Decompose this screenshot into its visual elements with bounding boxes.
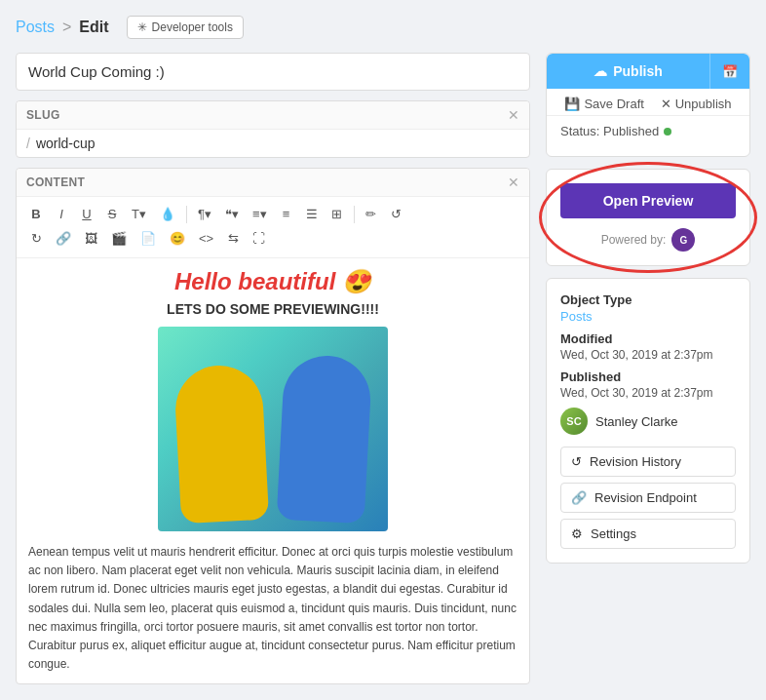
publish-calendar-button[interactable]: 📅 bbox=[709, 54, 749, 89]
revision-endpoint-label: Revision Endpoint bbox=[594, 490, 697, 505]
content-field-header: Content ✕ bbox=[17, 169, 529, 197]
published-title: Published bbox=[560, 369, 736, 384]
preview-section: Open Preview Powered by: G bbox=[546, 169, 750, 266]
status-row: Status: Published bbox=[547, 116, 749, 146]
toolbar-sep-2 bbox=[354, 206, 355, 223]
person-right-figure bbox=[277, 354, 373, 524]
author-avatar: SC bbox=[560, 408, 588, 435]
slug-field: Slug ✕ / world-cup bbox=[16, 100, 530, 158]
settings-label: Settings bbox=[591, 526, 636, 541]
revision-history-button[interactable]: ↺ Revision History bbox=[560, 447, 736, 477]
content-close-icon[interactable]: ✕ bbox=[508, 175, 519, 190]
revision-endpoint-button[interactable]: 🔗 Revision Endpoint bbox=[560, 483, 736, 513]
toolbar-unordered-list[interactable]: ☰ bbox=[300, 203, 324, 225]
content-section: Content ✕ B I U S T▾ 💧 ¶▾ ❝▾ ≡▾ ≡ ☰ bbox=[16, 168, 530, 684]
toolbar-link[interactable]: 🔗 bbox=[50, 227, 77, 250]
content-image bbox=[158, 327, 388, 531]
powered-by: Powered by: G bbox=[560, 228, 736, 252]
unpublish-x-icon: ✕ bbox=[661, 97, 671, 111]
open-preview-button[interactable]: Open Preview bbox=[560, 183, 736, 218]
slug-slash: / bbox=[26, 136, 30, 151]
meta-actions: ↺ Revision History 🔗 Revision Endpoint ⚙… bbox=[560, 447, 736, 549]
calendar-icon: 📅 bbox=[722, 64, 738, 79]
toolbar-image[interactable]: 🖼 bbox=[79, 227, 103, 250]
dev-tools-icon: ✳ bbox=[137, 20, 147, 34]
save-icon: 💾 bbox=[564, 97, 580, 111]
slug-close-icon[interactable]: ✕ bbox=[508, 107, 519, 123]
revision-history-icon: ↺ bbox=[571, 454, 582, 469]
breadcrumb-current: Edit bbox=[79, 19, 108, 36]
dev-tools-button[interactable]: ✳ Developer tools bbox=[127, 16, 244, 39]
meta-card: Object Type Posts Modified Wed, Oct 30, … bbox=[546, 278, 750, 564]
slug-field-header: Slug ✕ bbox=[17, 101, 529, 130]
published-date: Wed, Oct 30, 2019 at 2:37pm bbox=[560, 386, 736, 400]
toolbar-italic[interactable]: I bbox=[50, 203, 73, 225]
revision-history-label: Revision History bbox=[590, 454, 681, 469]
title-input[interactable] bbox=[16, 53, 530, 91]
slug-label: Slug bbox=[26, 108, 60, 122]
gatsby-icon: G bbox=[671, 228, 695, 252]
toolbar-pen[interactable]: ✏ bbox=[360, 203, 383, 225]
publish-btn-row: ☁ Publish 📅 bbox=[547, 54, 749, 89]
open-preview-label: Open Preview bbox=[603, 193, 694, 209]
toolbar-bold[interactable]: B bbox=[24, 203, 48, 225]
modified-title: Modified bbox=[560, 331, 736, 346]
action-row: 💾 Save Draft ✕ Unpublish bbox=[547, 89, 749, 116]
content-toolbar: B I U S T▾ 💧 ¶▾ ❝▾ ≡▾ ≡ ☰ ⊞ ✏ ↺ bbox=[17, 197, 529, 258]
breadcrumb: Posts > Edit ✳ Developer tools bbox=[16, 16, 750, 39]
sidebar: ☁ Publish 📅 💾 Save Draft ✕ Unpublish St bbox=[546, 53, 750, 564]
publish-button[interactable]: ☁ Publish bbox=[547, 54, 709, 89]
toolbar-code[interactable]: <> bbox=[193, 227, 219, 250]
settings-button[interactable]: ⚙ Settings bbox=[560, 519, 736, 549]
status-dot bbox=[664, 128, 671, 136]
slug-row: / world-cup bbox=[17, 130, 529, 157]
toolbar-undo[interactable]: ↺ bbox=[385, 203, 408, 225]
unpublish-link[interactable]: ✕ Unpublish bbox=[661, 97, 732, 111]
toolbar-share[interactable]: ⇆ bbox=[221, 227, 245, 250]
publish-label: Publish bbox=[613, 63, 663, 79]
slug-value[interactable]: world-cup bbox=[36, 136, 96, 151]
toolbar-row-2: ↻ 🔗 🖼 🎬 📄 😊 <> ⇆ ⛶ bbox=[24, 227, 521, 250]
toolbar-video[interactable]: 🎬 bbox=[105, 227, 133, 250]
toolbar-color[interactable]: 💧 bbox=[154, 203, 181, 225]
object-type-title: Object Type bbox=[560, 292, 736, 307]
toolbar-file[interactable]: 📄 bbox=[134, 227, 162, 250]
save-draft-link[interactable]: 💾 Save Draft bbox=[564, 97, 643, 111]
toolbar-align[interactable]: ≡▾ bbox=[247, 203, 273, 225]
body-text: Aenean tempus velit ut mauris hendrerit … bbox=[28, 543, 517, 674]
author-name: Stanley Clarke bbox=[595, 414, 678, 429]
revision-endpoint-icon: 🔗 bbox=[571, 490, 587, 505]
toolbar-fullscreen[interactable]: ⛶ bbox=[247, 227, 271, 250]
toolbar-table[interactable]: ⊞ bbox=[326, 203, 349, 225]
main-layout: Slug ✕ / world-cup Content ✕ B I U S bbox=[16, 53, 750, 684]
content-heading: LETS DO SOME PREVIEWING!!!! bbox=[28, 301, 517, 317]
breadcrumb-posts-link[interactable]: Posts bbox=[16, 19, 55, 36]
toolbar-underline[interactable]: U bbox=[75, 203, 98, 225]
toolbar-emoji[interactable]: 😊 bbox=[164, 227, 191, 250]
powered-by-label: Powered by: bbox=[601, 233, 667, 247]
content-label: Content bbox=[26, 175, 85, 189]
dev-tools-label: Developer tools bbox=[152, 20, 233, 34]
toolbar-redo[interactable]: ↻ bbox=[24, 227, 48, 250]
publish-cloud-icon: ☁ bbox=[594, 63, 607, 79]
toolbar-ordered-list[interactable]: ≡ bbox=[275, 203, 298, 225]
toolbar-paragraph[interactable]: ¶▾ bbox=[192, 203, 217, 225]
publish-card: ☁ Publish 📅 💾 Save Draft ✕ Unpublish St bbox=[546, 53, 750, 157]
toolbar-strikethrough[interactable]: S bbox=[100, 203, 124, 225]
author-row: SC Stanley Clarke bbox=[560, 408, 736, 435]
toolbar-quote[interactable]: ❝▾ bbox=[219, 203, 245, 225]
toolbar-sep-1 bbox=[186, 206, 187, 223]
unpublish-label: Unpublish bbox=[675, 97, 732, 111]
object-type-value[interactable]: Posts bbox=[560, 309, 736, 324]
status-label: Status: Published bbox=[560, 124, 659, 138]
hello-overlay: Hello beautiful 😍 bbox=[28, 268, 517, 295]
toolbar-text[interactable]: T▾ bbox=[126, 203, 152, 225]
settings-icon: ⚙ bbox=[571, 526, 583, 541]
breadcrumb-separator: > bbox=[62, 19, 71, 36]
content-area[interactable]: Hello beautiful 😍 LETS DO SOME PREVIEWIN… bbox=[17, 258, 529, 683]
save-draft-label: Save Draft bbox=[584, 97, 643, 111]
person-left-figure bbox=[173, 364, 269, 524]
main-panel: Slug ✕ / world-cup Content ✕ B I U S bbox=[16, 53, 530, 684]
modified-date: Wed, Oct 30, 2019 at 2:37pm bbox=[560, 348, 736, 362]
toolbar-row-1: B I U S T▾ 💧 ¶▾ ❝▾ ≡▾ ≡ ☰ ⊞ ✏ ↺ bbox=[24, 203, 521, 225]
